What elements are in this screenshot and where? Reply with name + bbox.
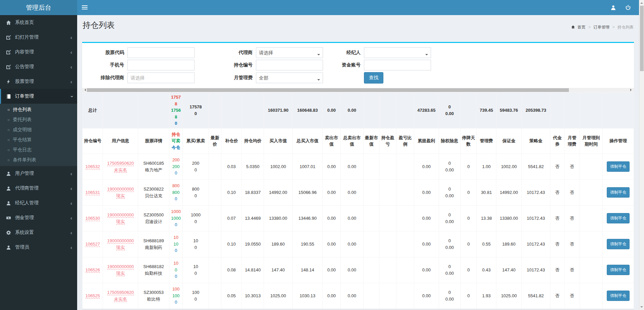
table-row: 10652217505950620未实名SZ300045华力创通10010001… xyxy=(83,309,634,309)
user-link[interactable]: 现实 xyxy=(116,193,125,199)
id-link[interactable]: 106530 xyxy=(86,216,100,221)
sidebar-item-label: 股票管理 xyxy=(15,79,34,85)
user-link[interactable]: 19000000000 xyxy=(107,238,134,244)
breadcrumb-order-mgmt[interactable]: 订单管理 xyxy=(593,25,609,30)
user-link[interactable]: 未实名 xyxy=(114,297,127,302)
cell-avg_price: 10.3013 xyxy=(242,283,264,309)
id-link[interactable]: 106525 xyxy=(86,293,100,299)
user-link[interactable]: 现实 xyxy=(116,271,125,276)
cell-position: 1000 xyxy=(169,257,182,283)
cell-latest_price xyxy=(209,179,221,205)
cell-add_price: 0.10 xyxy=(221,179,241,205)
sidebar-item-用户管理[interactable]: 用户管理‹ xyxy=(0,166,77,181)
cell-suspended_days xyxy=(461,93,477,128)
sidebar-item-幻灯片管理[interactable]: 幻灯片管理‹ xyxy=(0,30,77,45)
cell-total_buy_value: 190.55 xyxy=(292,231,323,257)
user-link[interactable]: 19000000000 xyxy=(107,187,134,192)
scroll-up-arrow[interactable] xyxy=(640,1,643,4)
id-link[interactable]: 106527 xyxy=(86,242,100,247)
logout-button[interactable] xyxy=(621,0,635,15)
filter-group-position-id: 持仓编号 xyxy=(195,60,323,70)
sidebar-item-代理商管理[interactable]: 代理商管理‹ xyxy=(0,181,77,196)
cell-position: 2002000 xyxy=(169,154,182,179)
force-close-button[interactable]: 强制平仓 xyxy=(607,265,630,275)
cell-ex_rights: 00.00 xyxy=(439,154,460,179)
user-menu-button[interactable] xyxy=(606,0,620,15)
user-link[interactable]: 现实 xyxy=(116,219,125,224)
scroll-down-arrow[interactable] xyxy=(640,306,643,309)
force-close-button[interactable]: 强制平仓 xyxy=(607,291,630,301)
navbar-right xyxy=(606,0,635,15)
cell-id: 106526 xyxy=(83,257,103,283)
user-link[interactable]: 现实 xyxy=(116,245,125,250)
sidebar-item-系统首页[interactable]: 系统首页 xyxy=(0,15,77,30)
cell-stock: SZ300822贝仕达克 xyxy=(138,179,169,205)
user-link[interactable]: 17505950620 xyxy=(107,161,134,166)
sidebar-item-佣金管理[interactable]: 佣金管理‹ xyxy=(0,210,77,225)
sidebar-item-经纪人管理[interactable]: 经纪人管理‹ xyxy=(0,196,77,210)
cell-sell_value: 0.00 xyxy=(323,283,340,309)
monthly-fee-select[interactable]: 全部 xyxy=(256,72,323,83)
position-id-input[interactable] xyxy=(256,60,323,70)
sidebar-subitem-委托列表[interactable]: ○委托列表 xyxy=(0,115,77,125)
user-link[interactable]: 17505950620 xyxy=(107,290,134,295)
table-row: 10653119000000000现实SZ300822贝仕达克800800080… xyxy=(83,179,634,205)
sidebar-subitem-平仓结算[interactable]: ○平仓结算 xyxy=(0,135,77,145)
phone-input[interactable] xyxy=(127,60,195,70)
sidebar-subitem-平仓日志[interactable]: ○平仓日志 xyxy=(0,145,77,155)
agent-select[interactable]: 请选择 xyxy=(256,47,323,58)
user-icon xyxy=(6,245,11,250)
sidebar-toggle-button[interactable] xyxy=(77,0,92,15)
cell-sell_value: 0.00 xyxy=(323,179,340,205)
sidebar-item-系统设置[interactable]: 系统设置‹ xyxy=(0,225,77,240)
circle-icon: ○ xyxy=(7,158,10,162)
scroll-left-arrow[interactable] xyxy=(83,89,86,91)
force-close-button[interactable]: 强制平仓 xyxy=(607,161,630,172)
header-sell_value: 卖出市值 xyxy=(323,128,340,154)
sidebar-subitem-条件单列表[interactable]: ○条件单列表 xyxy=(0,155,77,165)
sidebar-item-股票管理[interactable]: 股票管理‹ xyxy=(0,74,77,89)
search-button[interactable]: 查找 xyxy=(364,72,383,84)
cell-avg_price: 19.0550 xyxy=(242,231,264,257)
breadcrumb-home[interactable]: 首页 xyxy=(578,25,586,30)
force-close-button[interactable]: 强制平仓 xyxy=(607,187,630,198)
cell-monthly_fee: 否 xyxy=(565,283,580,309)
force-close-button[interactable]: 强制平仓 xyxy=(607,213,630,223)
id-link[interactable]: 106526 xyxy=(86,267,100,273)
exclude-agent-input[interactable] xyxy=(127,72,195,83)
cell-position_pl xyxy=(379,205,396,231)
cell-pl_ratio xyxy=(396,283,414,309)
user-link[interactable]: 19000000000 xyxy=(107,212,134,218)
cell-total_buy_value: 13446.90 xyxy=(292,205,323,231)
sidebar-item-管理员[interactable]: 管理员‹ xyxy=(0,240,77,255)
edit-icon xyxy=(6,50,11,55)
cell-cum: 2000 xyxy=(183,154,209,179)
filter-row: 手机号持仓编号资金账号 xyxy=(84,60,633,70)
cell-id: 106531 xyxy=(83,179,103,205)
sidebar-item-label: 经纪人管理 xyxy=(15,200,39,206)
scroll-right-arrow[interactable] xyxy=(630,89,633,91)
user-link[interactable]: 19000000000 xyxy=(107,264,134,269)
sidebar-item-公告管理[interactable]: 公告管理‹ xyxy=(0,59,77,74)
cell-position_pl xyxy=(379,93,396,128)
id-link[interactable]: 106531 xyxy=(86,190,100,195)
fund-account-input[interactable] xyxy=(364,60,431,70)
power-icon xyxy=(625,5,631,10)
user-link[interactable]: 未实名 xyxy=(114,167,127,173)
horizontal-scrollbar-thumb[interactable] xyxy=(87,88,569,92)
sidebar-item-内容管理[interactable]: 内容管理‹ xyxy=(0,45,77,59)
sidebar-subitem-持仓列表[interactable]: ○持仓列表 xyxy=(0,105,77,115)
id-link[interactable]: 106532 xyxy=(86,164,100,169)
cell-latest_price xyxy=(209,205,221,231)
sidebar-subitem-成交明细[interactable]: ○成交明细 xyxy=(0,125,77,135)
cell-mgmt_fee: 1.64 xyxy=(477,309,496,309)
stock-code-input[interactable] xyxy=(127,47,195,58)
edit-icon xyxy=(6,35,15,40)
broker-select[interactable] xyxy=(364,47,431,58)
force-close-button[interactable]: 强制平仓 xyxy=(607,239,630,249)
circle-icon: ○ xyxy=(7,107,10,112)
cell-action: 强制平仓 xyxy=(603,154,634,179)
cell-suspended_days: 0 xyxy=(461,283,477,309)
sidebar-item-订单管理[interactable]: 订单管理‹ xyxy=(0,89,77,104)
vertical-scrollbar-thumb[interactable] xyxy=(640,6,644,71)
